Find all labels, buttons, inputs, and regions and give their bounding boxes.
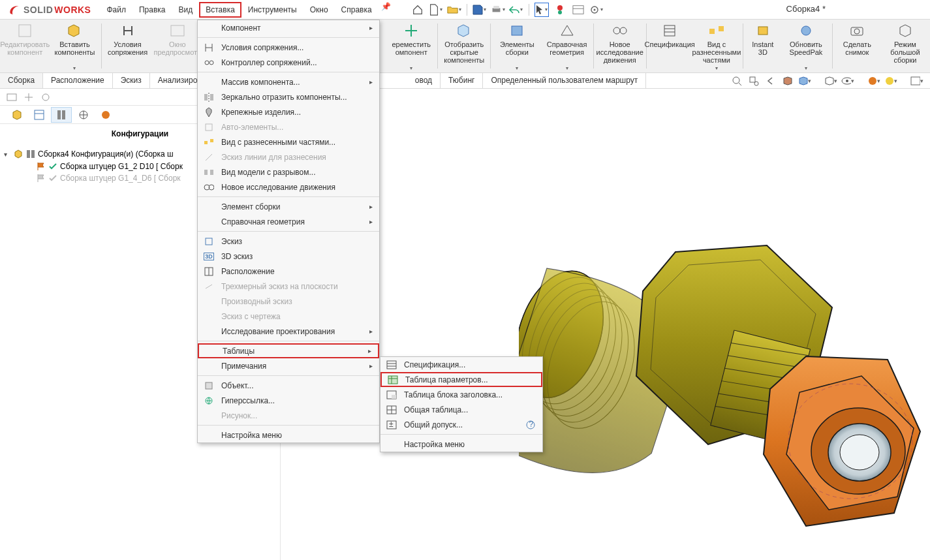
ribbon-motion-study[interactable]: Новое исследование движения <box>595 20 645 72</box>
qat-options-icon[interactable] <box>571 3 585 17</box>
mgr-tab-dimxpert[interactable] <box>73 107 94 123</box>
qat-home-icon[interactable] <box>411 3 425 17</box>
menu-insert[interactable]: Вставка <box>199 2 241 18</box>
title-block-icon <box>383 390 400 399</box>
ins-asm-feature[interactable]: Элемент сборки▸ <box>198 199 379 214</box>
ribbon-reference-geometry[interactable]: Справочная геометрия▾ <box>542 20 591 72</box>
ins-object[interactable]: Объект... <box>198 378 379 393</box>
menu-window[interactable]: Окно <box>303 2 335 18</box>
mgr-tab-property[interactable] <box>29 107 50 123</box>
assembly-icon <box>13 149 23 159</box>
tab-user-route[interactable]: Определенный пользователем маршрут <box>483 73 646 88</box>
tab-piping[interactable]: овод <box>407 73 441 88</box>
prev-view-icon[interactable] <box>764 74 777 87</box>
qat-settings-icon[interactable]: ▾ <box>589 3 604 17</box>
ins-3dsketch[interactable]: 3D3D эскиз <box>198 249 379 264</box>
menu-tools[interactable]: Инструменты <box>241 2 303 18</box>
sub-design-table[interactable]: Таблица параметров... <box>380 372 542 387</box>
ins-ref-geom[interactable]: Справочная геометрия▸ <box>198 214 379 229</box>
qat-print-icon[interactable]: ▾ <box>491 3 505 17</box>
zoom-fit-icon[interactable] <box>730 74 743 87</box>
ins-dxf-sketch: Эскиз с чертежа <box>198 309 379 324</box>
ins-mate-ctrl[interactable]: Контроллер сопряжений... <box>198 55 379 70</box>
ins-design-study[interactable]: Исследование проектирования▸ <box>198 324 379 339</box>
display-style-icon[interactable]: ▾ <box>824 74 837 87</box>
mirror-icon <box>200 93 217 102</box>
ins-sketch[interactable]: Эскиз <box>198 234 379 249</box>
ins-component[interactable]: Компонент▸ <box>198 20 379 35</box>
scene-icon[interactable]: ▾ <box>884 74 897 87</box>
ins-tables[interactable]: Таблицы▸ <box>198 343 379 358</box>
zoom-area-icon[interactable] <box>747 74 760 87</box>
ins-break-view[interactable]: Вид модели с разрывом... <box>198 164 379 179</box>
svg-rect-72 <box>204 141 208 144</box>
ribbon-snapshot[interactable]: Сделать снимок <box>834 20 880 72</box>
mgr-tab-display[interactable] <box>95 107 116 123</box>
viewport-icon[interactable]: ▾ <box>910 74 923 87</box>
ins-hyperlink[interactable]: Гиперссылка... <box>198 393 379 408</box>
menu-view[interactable]: Вид <box>172 2 200 18</box>
tolerance-icon: ± <box>383 420 400 429</box>
qat-undo-icon[interactable]: ▾ <box>509 3 523 17</box>
ins-smart: Авто-элементы... <box>198 119 379 134</box>
ribbon-mate[interactable]: Условия сопряжения <box>102 20 152 72</box>
menu-help[interactable]: Справка <box>335 2 379 18</box>
ribbon-show-hidden[interactable]: Отобразить скрытые компоненты <box>439 20 489 72</box>
section-view-icon[interactable] <box>781 74 794 87</box>
panel-icon-1[interactable] <box>7 92 17 102</box>
help-icon[interactable]: ? <box>525 420 536 430</box>
ribbon-assembly-features[interactable]: Элементы сборки▾ <box>492 20 542 72</box>
tab-tubing[interactable]: Тюбинг <box>441 73 483 88</box>
sub-bom[interactable]: Спецификация... <box>380 357 542 372</box>
tab-layout[interactable]: Расположение <box>43 73 113 88</box>
qat-new-icon[interactable]: ▾ <box>429 3 443 17</box>
sub-customize[interactable]: Настройка меню <box>380 437 542 452</box>
qat-rebuild-icon[interactable] <box>553 3 567 17</box>
svg-rect-68 <box>204 94 208 101</box>
sub-title-block[interactable]: Таблица блока заголовка... <box>380 387 542 402</box>
ribbon-instant3d[interactable]: Instant 3D <box>745 20 781 72</box>
insert-menu-dropdown: Компонент▸ Условия сопряжения... Контрол… <box>197 20 380 443</box>
ins-exploded[interactable]: Вид с разнесенными частями... <box>198 134 379 149</box>
sub-tolerance[interactable]: ±Общий допуск...? <box>380 417 542 432</box>
svg-rect-73 <box>210 139 213 142</box>
tab-assembly[interactable]: Сборка <box>0 73 43 88</box>
mgr-tab-config[interactable] <box>51 107 72 123</box>
ins-pattern[interactable]: Массив компонента...▸ <box>198 74 379 89</box>
ins-layout[interactable]: Расположение <box>198 264 379 279</box>
ins-mirror[interactable]: Зеркально отразить компоненты... <box>198 89 379 104</box>
config-icon <box>26 149 35 159</box>
ribbon-preview-window[interactable]: Окно предпросмотр <box>153 20 202 72</box>
ins-customize[interactable]: Настройка меню <box>198 428 379 443</box>
sub-general-table[interactable]: Общая таблица... <box>380 402 542 417</box>
ins-fasteners[interactable]: Крепежные изделия... <box>198 104 379 119</box>
ribbon-move-component[interactable]: ереместить омпонент▾ <box>386 20 436 72</box>
ins-annotations[interactable]: Примечания▸ <box>198 358 379 373</box>
panel-icon-3[interactable] <box>40 92 51 102</box>
tab-sketch[interactable]: Эскиз <box>113 73 150 88</box>
ribbon-large-assembly[interactable]: Режим большой сборки <box>880 20 930 72</box>
pin-icon[interactable]: 📌 <box>381 2 391 18</box>
twisty-icon[interactable]: ▾ <box>4 151 10 158</box>
qat-open-icon[interactable]: ▾ <box>447 3 461 17</box>
bom-icon <box>383 360 400 369</box>
menu-edit[interactable]: Правка <box>132 2 172 18</box>
ribbon-bom[interactable]: Спецификация <box>648 20 692 72</box>
ins-mate[interactable]: Условия сопряжения... <box>198 40 379 55</box>
svg-rect-17 <box>719 26 724 31</box>
view-orient-icon[interactable]: ▾ <box>798 74 811 87</box>
ins-motion[interactable]: Новое исследование движения <box>198 179 379 194</box>
mgr-tab-feature[interactable] <box>7 107 27 123</box>
ribbon-insert-components[interactable]: Вставить компоненты▾ <box>50 20 99 72</box>
ribbon-speedpak[interactable]: Обновить SpeedPak▾ <box>781 20 831 72</box>
ribbon-edit-component[interactable]: Редактировать компонент <box>0 20 50 72</box>
qat-save-icon[interactable]: ▾ <box>473 3 487 17</box>
menu-file[interactable]: Файл <box>100 2 132 18</box>
ribbon-exploded-view[interactable]: Вид с разнесенными частями▾ <box>692 20 741 72</box>
appearance-icon[interactable]: ▾ <box>867 74 880 87</box>
svg-point-25 <box>754 82 758 86</box>
svg-rect-74 <box>204 170 208 175</box>
hide-show-icon[interactable]: ▾ <box>841 74 854 87</box>
panel-icon-2[interactable] <box>23 92 34 102</box>
qat-select-icon[interactable]: ▾ <box>535 3 549 17</box>
